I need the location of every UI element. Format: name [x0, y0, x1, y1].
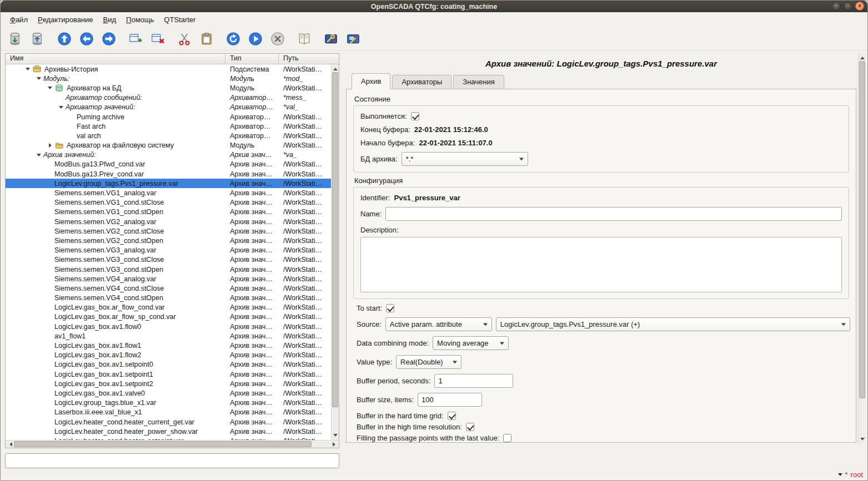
vision-tool-button[interactable]: [344, 29, 362, 48]
back-button[interactable]: [77, 29, 96, 48]
tree-horizontal-scrollbar[interactable]: [6, 440, 339, 448]
tree-row[interactable]: Siemens.semen.VG2_analog.varАрхив знач…/…: [6, 217, 331, 226]
tree-row[interactable]: LogicLev.heater_cond.heater_power_show.v…: [6, 427, 331, 436]
tree-row[interactable]: LogicLev.heater_cond.heater_setpoint.var…: [6, 436, 331, 440]
expander-open-icon[interactable]: [34, 150, 43, 159]
tree-column-header[interactable]: Путь: [279, 54, 339, 64]
scroll-track[interactable]: [13, 441, 331, 448]
add-item-button[interactable]: [126, 29, 144, 48]
cut-item-button[interactable]: [175, 29, 193, 48]
description-textarea[interactable]: [360, 237, 842, 292]
paste-item-button[interactable]: [197, 29, 215, 48]
tree-row[interactable]: LogicLev.gas_box.av1.setpoint1Архив знач…: [6, 369, 331, 379]
tree-row[interactable]: Архиватор сообщений:Архиватор…*mess_: [6, 93, 331, 103]
buffer-size-input[interactable]: [418, 393, 482, 407]
tree-row[interactable]: LogicLev.gas_box.ar_flow_cond.varАрхив з…: [6, 303, 331, 312]
tree-row[interactable]: Laserbox.iii.eee.val_blue_x1Архив знач…/…: [6, 408, 331, 417]
buffer-period-input[interactable]: [434, 374, 513, 388]
scroll-thumb[interactable]: [14, 441, 312, 447]
tree-row[interactable]: LogicLev.gas_box.av1.setpoint0Архив знач…: [6, 360, 331, 369]
scroll-track[interactable]: [859, 60, 866, 437]
tree-column-header[interactable]: Имя: [6, 54, 225, 64]
scroll-thumb[interactable]: [859, 61, 865, 398]
command-input[interactable]: [5, 453, 339, 468]
hard-grid-checkbox[interactable]: [448, 412, 456, 420]
archive-db-select[interactable]: *.*: [402, 152, 528, 166]
tree-row[interactable]: LogicLev.gas_box.av1.flow2Архив знач…/Wo…: [6, 351, 331, 360]
running-checkbox[interactable]: [411, 112, 419, 120]
scroll-left-icon[interactable]: [6, 441, 13, 448]
expander-open-icon[interactable]: [23, 65, 32, 74]
scroll-right-icon[interactable]: [331, 441, 339, 448]
scroll-up-icon[interactable]: [859, 53, 866, 60]
tree-vertical-scrollbar[interactable]: [331, 64, 339, 440]
save-to-db-button[interactable]: [28, 29, 47, 48]
delete-item-button[interactable]: [148, 29, 167, 48]
menu-edit[interactable]: Редактирование: [33, 12, 98, 27]
menu-help[interactable]: Помощь: [121, 12, 159, 27]
expander-open-icon[interactable]: [34, 74, 43, 83]
tree-row[interactable]: Siemens.semen.VG1_cond.stCloseАрхив знач…: [6, 198, 331, 207]
tree-row[interactable]: Архиватор на БДМодуль/WorkStati…: [6, 83, 331, 93]
scroll-thumb[interactable]: [332, 72, 338, 407]
stop-updating-button[interactable]: [268, 29, 287, 48]
tree-row[interactable]: LogicLev.gas_box.av1.flow1Архив знач…/Wo…: [6, 341, 331, 350]
tree-row[interactable]: Siemens.semen.VG3_analog.varАрхив знач…/…: [6, 246, 331, 255]
tab-values[interactable]: Значения: [453, 75, 504, 89]
forward-button[interactable]: [99, 29, 118, 48]
scroll-down-icon[interactable]: [332, 433, 339, 440]
tree-row[interactable]: Siemens.semen.VG4_analog.varАрхив знач…/…: [6, 274, 331, 283]
refresh-button[interactable]: [224, 29, 242, 48]
tree-row[interactable]: Архивы-ИсторияПодсистема/WorkStati…: [6, 64, 331, 74]
high-res-checkbox[interactable]: [466, 423, 474, 431]
value-type-select[interactable]: Real(Double): [396, 355, 461, 369]
tree-row[interactable]: Puming archiveАрхиватор…/WorkStati…: [6, 112, 331, 121]
tree-row[interactable]: Siemens.semen.VG3_cond.stOpenАрхив знач……: [6, 265, 331, 274]
name-input[interactable]: [385, 207, 842, 221]
expander-open-icon[interactable]: [57, 103, 66, 112]
tree-row[interactable]: Архиватор значений:Архиватор…*val_: [6, 103, 331, 112]
tree-row[interactable]: LogicLev.group_tags.Pvs1_pressure.varАрх…: [6, 179, 331, 188]
tree-row[interactable]: Архиватор на файловую системуМодуль/Work…: [6, 141, 331, 150]
tree-column-header[interactable]: Тип: [225, 54, 279, 64]
tab-archivers[interactable]: Архиваторы: [392, 75, 451, 89]
combining-mode-select[interactable]: Moving average: [433, 336, 509, 350]
fill-passage-checkbox[interactable]: [503, 434, 511, 442]
tree-row[interactable]: Модуль:Модуль*mod_: [6, 74, 331, 83]
menu-view[interactable]: Вид: [98, 12, 122, 27]
user-indicator[interactable]: * root: [838, 470, 863, 479]
panel-vertical-scrollbar[interactable]: [858, 53, 866, 444]
scroll-down-icon[interactable]: [859, 437, 866, 444]
scroll-up-icon[interactable]: [332, 64, 339, 72]
tree-row[interactable]: LogicLev.group_tags.blue_x1.varАрхив зна…: [6, 398, 331, 408]
tree-row[interactable]: LogicLev.gas_box.av1.valve0Архив знач…/W…: [6, 388, 331, 398]
tab-archive[interactable]: Архив: [352, 73, 390, 89]
maximize-button[interactable]: ▫: [844, 2, 852, 11]
expander-open-icon[interactable]: [46, 84, 54, 93]
minimize-button[interactable]: −: [832, 2, 841, 11]
panel-splitter[interactable]: [339, 53, 344, 448]
tree-row[interactable]: Siemens.semen.VG1_analog.varАрхив знач…/…: [6, 188, 331, 198]
to-start-checkbox[interactable]: [386, 304, 394, 312]
tree-row[interactable]: Siemens.semen.VG3_cond.stCloseАрхив знач…: [6, 255, 331, 265]
tree-row[interactable]: Siemens.semen.VG1_cond.stOpenАрхив знач……: [6, 207, 331, 217]
tree-row[interactable]: av1_flow1Архив знач…/WorkStati…: [6, 331, 331, 341]
up-level-button[interactable]: [55, 29, 73, 48]
load-from-db-button[interactable]: [6, 29, 24, 48]
tree-row[interactable]: Siemens.semen.VG4_cond.stCloseАрхив знач…: [6, 283, 331, 293]
tree-row[interactable]: Архив значений:Архив знач…*va_: [6, 150, 331, 160]
tree-row[interactable]: Fast archАрхиватор…/WorkStati…: [6, 121, 331, 131]
tree-row[interactable]: val archАрхиватор…/WorkStati…: [6, 131, 331, 140]
tree-row[interactable]: LogicLev.heater_cond.heater_current_get.…: [6, 417, 331, 427]
close-button[interactable]: ×: [855, 2, 864, 11]
tree-row[interactable]: Siemens.semen.VG4_cond.stOpenАрхив знач……: [6, 293, 331, 303]
manual-button[interactable]: [295, 29, 313, 48]
source-value-select[interactable]: LogicLev.group_tags.Pvs1_pressure.var (+…: [496, 317, 850, 331]
tree-row[interactable]: LogicLev.gas_box.ar_flow_sp_cond.varАрхи…: [6, 312, 331, 322]
tree-row[interactable]: ModBus.ga13.Pfwd_cond.varАрхив знач…/Wor…: [6, 160, 331, 169]
tree-row[interactable]: LogicLev.gas_box.av1.setpoint2Архив знач…: [6, 379, 331, 388]
menu-qtstarter[interactable]: QTStarter: [159, 12, 200, 27]
expander-closed-icon[interactable]: [46, 141, 54, 150]
scroll-track[interactable]: [332, 72, 339, 433]
tree-row[interactable]: LogicLev.gas_box.av1.flow0Архив знач…/Wo…: [6, 322, 331, 331]
